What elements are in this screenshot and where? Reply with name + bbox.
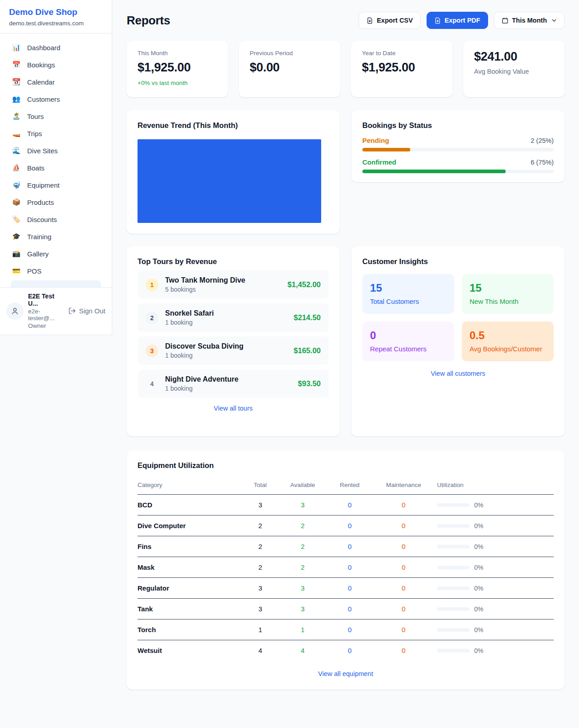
sidebar-item-label: Equipment	[27, 181, 60, 189]
utilization-percent: 0%	[474, 647, 483, 654]
sidebar-item-customers[interactable]: 👥 Customers	[5, 90, 106, 108]
shop-brand[interactable]: Demo Dive Shop demo.test.divestreams.com	[0, 0, 112, 33]
sidebar-item-discounts[interactable]: 🏷️ Discounts	[5, 211, 106, 228]
tour-row[interactable]: 3 Discover Scuba Diving 1 booking $165.0…	[138, 336, 329, 365]
sidebar-item-pos[interactable]: 💳 POS	[5, 262, 106, 279]
col-total: Total	[241, 477, 280, 495]
sidebar-item-dashboard[interactable]: 📊 Dashboard	[5, 39, 106, 56]
logout-icon	[68, 307, 76, 315]
stat-value: $1,925.00	[138, 61, 217, 75]
cell-category: Fins	[138, 536, 241, 557]
tour-row[interactable]: 1 Two Tank Morning Dive 5 bookings $1,45…	[138, 270, 329, 299]
tile-value: 15	[470, 282, 546, 294]
sidebar-item-label: Tours	[27, 113, 44, 120]
stat-label: This Month	[138, 50, 217, 57]
tour-name: Discover Scuba Diving	[165, 342, 243, 350]
stat-value: $241.00	[474, 50, 554, 64]
sidebar-item-trips[interactable]: 🚤 Trips	[5, 125, 106, 142]
camera-icon: 📸	[12, 250, 21, 258]
sidebar-item-reports-partial[interactable]	[11, 280, 101, 287]
tour-bookings: 1 booking	[165, 352, 243, 359]
sidebar-item-dive-sites[interactable]: 🌊 Dive Sites	[5, 142, 106, 159]
sidebar-item-tours[interactable]: 🏝️ Tours	[5, 108, 106, 125]
status-label: Confirmed	[362, 158, 396, 166]
rank-badge: 4	[146, 378, 158, 390]
bookings-by-status-title: Bookings by Status	[362, 121, 554, 130]
shop-name: Demo Dive Shop	[9, 7, 103, 17]
sidebar-item-bookings[interactable]: 📅 Bookings	[5, 56, 106, 73]
utilization-bar	[437, 503, 470, 507]
export-pdf-button[interactable]: Export PDF	[427, 12, 488, 29]
view-all-customers-link[interactable]: View all customers	[362, 370, 554, 377]
table-row: Regulator 3 3 0 0 0%	[138, 578, 554, 599]
sidebar-item-label: Bookings	[27, 61, 55, 69]
tour-row[interactable]: 2 Snorkel Safari 1 booking $214.50	[138, 303, 329, 332]
tile-label: Avg Bookings/Customer	[470, 345, 546, 353]
chevron-down-icon	[551, 18, 557, 23]
sidebar-item-products[interactable]: 📦 Products	[5, 194, 106, 211]
sidebar-item-label: Discounts	[27, 216, 57, 223]
table-row: Tank 3 3 0 0 0%	[138, 599, 554, 619]
top-tours-card: Top Tours by Revenue 1 Two Tank Morning …	[127, 246, 340, 436]
tour-revenue: $214.50	[294, 313, 321, 322]
sidebar: Demo Dive Shop demo.test.divestreams.com…	[0, 0, 112, 335]
stat-card-avg-booking-value: $241.00 Avg Booking Value	[463, 41, 565, 97]
tile-label: New This Month	[470, 298, 546, 305]
utilization-percent: 0%	[474, 522, 483, 529]
cell-total: 2	[241, 515, 280, 536]
top-tours-title: Top Tours by Revenue	[138, 257, 329, 266]
charts-row: Revenue Trend (This Month) Bookings by S…	[127, 110, 565, 234]
tour-bookings: 5 bookings	[165, 286, 245, 293]
tour-revenue: $165.00	[294, 346, 321, 355]
view-all-tours-link[interactable]: View all tours	[138, 405, 329, 412]
cell-available: 3	[280, 578, 325, 599]
cell-utilization: 0%	[433, 578, 554, 599]
utilization-bar	[437, 586, 470, 590]
stat-value: $1,925.00	[362, 61, 441, 75]
view-all-equipment-link[interactable]: View all equipment	[138, 670, 554, 677]
customer-insights-title: Customer Insights	[362, 257, 554, 266]
cell-maintenance: 0	[374, 599, 433, 619]
stat-card-year-to-date: Year to Date $1,925.00	[351, 41, 452, 97]
revenue-trend-card: Revenue Trend (This Month)	[127, 110, 340, 234]
cell-utilization: 0%	[433, 640, 554, 661]
period-dropdown[interactable]: This Month	[494, 12, 565, 29]
sidebar-item-boats[interactable]: ⛵ Boats	[5, 159, 106, 176]
sidebar-item-equipment[interactable]: 🤿 Equipment	[5, 176, 106, 194]
table-row: BCD 3 3 0 0 0%	[138, 495, 554, 515]
tile-label: Repeat Customers	[370, 345, 446, 353]
tile-value: 0.5	[470, 329, 546, 342]
sidebar-item-gallery[interactable]: 📸 Gallery	[5, 245, 106, 262]
sidebar-item-label: Dashboard	[27, 44, 60, 52]
calendar-icon: 📅	[12, 61, 21, 69]
tile-value: 15	[370, 282, 446, 294]
cell-utilization: 0%	[433, 495, 554, 515]
tour-name: Night Dive Adventure	[165, 375, 238, 383]
status-label: Pending	[362, 137, 389, 144]
utilization-bar	[437, 524, 470, 528]
insight-tile-new-this-month: 15 New This Month	[462, 274, 554, 314]
table-row: Dive Computer 2 2 0 0 0%	[138, 515, 554, 536]
col-rented: Rented	[326, 477, 374, 495]
utilization-percent: 0%	[474, 585, 483, 592]
cell-category: Dive Computer	[138, 515, 241, 536]
cell-maintenance: 0	[374, 515, 433, 536]
export-csv-button[interactable]: Export CSV	[359, 12, 421, 29]
sign-out-button[interactable]: Sign Out	[68, 307, 105, 315]
cell-utilization: 0%	[433, 619, 554, 640]
sidebar-item-calendar[interactable]: 📆 Calendar	[5, 73, 106, 90]
diving-mask-icon: 🤿	[12, 181, 21, 189]
user-role: Owner	[28, 322, 64, 329]
cell-rented: 0	[326, 495, 374, 515]
cell-maintenance: 0	[374, 640, 433, 661]
revenue-trend-bar	[138, 139, 321, 223]
people-icon: 👥	[12, 95, 21, 103]
speedboat-icon: 🚤	[12, 129, 21, 137]
table-header-row: Category Total Available Rented Maintena…	[138, 477, 554, 495]
user-name: E2E Test U...	[28, 293, 64, 307]
stat-card-previous-period: Previous Period $0.00	[239, 41, 340, 97]
tour-row[interactable]: 4 Night Dive Adventure 1 booking $93.50	[138, 369, 329, 398]
sidebar-item-training[interactable]: 🎓 Training	[5, 228, 106, 245]
cell-rented: 0	[326, 578, 374, 599]
sidebar-item-label: POS	[27, 267, 42, 275]
